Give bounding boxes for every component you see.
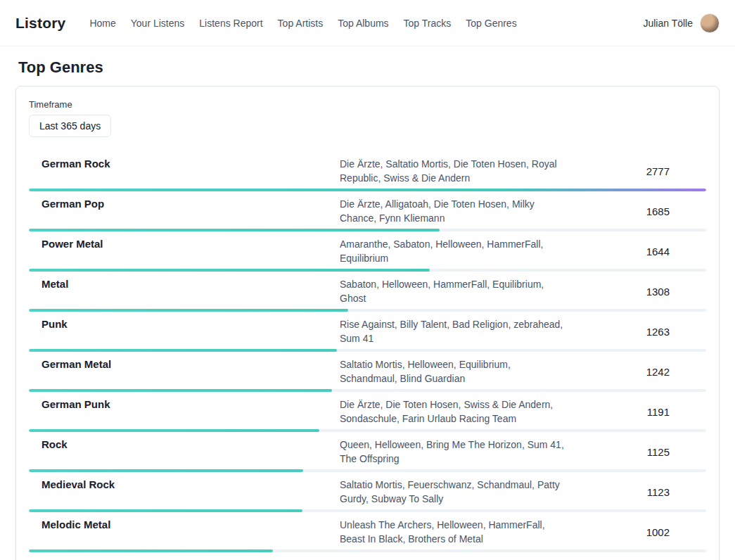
- genre-artists: Die Ärzte, Saltatio Mortis, Die Toten Ho…: [340, 157, 568, 185]
- genre-artists: Sabaton, Helloween, HammerFall, Equilibr…: [340, 277, 568, 305]
- app-logo[interactable]: Listory: [15, 15, 65, 32]
- genre-count: 1191: [580, 406, 670, 418]
- genre-bar-fill: [29, 309, 348, 312]
- main-content: Top Genres Timeframe Last 365 days Germa…: [0, 46, 735, 560]
- genre-artists: Queen, Helloween, Bring Me The Horizon, …: [340, 438, 568, 466]
- genre-count: 2777: [580, 165, 670, 177]
- genre-bar-fill: [29, 229, 440, 231]
- genre-count: 1685: [580, 205, 670, 217]
- nav-item-listens-report[interactable]: Listens Report: [199, 18, 262, 29]
- nav-item-top-genres[interactable]: Top Genres: [466, 18, 516, 29]
- genre-artists: Die Ärzte, Alligatoah, Die Toten Hosen, …: [340, 197, 568, 225]
- genre-name: Medieval Rock: [41, 478, 328, 492]
- top-navigation: Listory Home Your Listens Listens Report…: [0, 0, 735, 46]
- genre-name: Rock: [41, 438, 328, 452]
- genre-bar-track: [29, 229, 706, 231]
- genre-bar-track: [29, 509, 706, 512]
- genre-bar-track: [29, 549, 706, 552]
- genre-row: German Pop Die Ärzte, Alligatoah, Die To…: [29, 191, 706, 231]
- nav-items: Home Your Listens Listens Report Top Art…: [89, 18, 516, 29]
- genre-bar-fill: [29, 189, 706, 191]
- genre-bar-track: [29, 349, 706, 352]
- genre-row: Metal Sabaton, Helloween, HammerFall, Eq…: [29, 272, 706, 312]
- genre-bar-fill: [29, 509, 302, 512]
- genre-table: German Rock Die Ärzte, Saltatio Mortis, …: [29, 151, 706, 560]
- genre-bar-track: [29, 429, 706, 432]
- genre-bar-fill: [29, 389, 332, 392]
- genre-row: German Metal Saltatio Mortis, Helloween,…: [29, 352, 706, 392]
- genre-count: 1123: [580, 486, 670, 498]
- nav-item-top-artists[interactable]: Top Artists: [278, 18, 324, 29]
- user-menu[interactable]: Julian Tölle: [643, 13, 720, 33]
- page-title: Top Genres: [18, 58, 720, 77]
- genre-bar-fill: [29, 429, 319, 432]
- genre-count: 1263: [580, 326, 670, 338]
- genre-bar-track: [29, 309, 706, 312]
- genre-bar-track: [29, 469, 706, 472]
- timeframe-select-button[interactable]: Last 365 days: [29, 115, 111, 137]
- genre-bar-fill: [29, 469, 303, 472]
- genre-artists: Saltatio Mortis, Helloween, Equilibrium,…: [340, 357, 568, 386]
- genre-name: Punk: [41, 317, 328, 331]
- genre-name: German Pop: [41, 197, 328, 211]
- top-genres-card: Timeframe Last 365 days German Rock Die …: [15, 86, 720, 560]
- timeframe-label: Timeframe: [29, 99, 706, 110]
- genre-row: German Indie Bukahara, Käptn Peng, KYTES…: [29, 552, 706, 560]
- genre-name: German Punk: [41, 397, 328, 412]
- genre-bar-fill: [29, 549, 273, 552]
- genre-artists: Amaranthe, Sabaton, Helloween, HammerFal…: [340, 237, 568, 265]
- genre-bar-track: [29, 269, 706, 272]
- genre-artists: Saltatio Mortis, Feuerschwanz, Schandmau…: [340, 478, 568, 506]
- genre-artists: Unleash The Archers, Helloween, HammerFa…: [340, 518, 568, 546]
- genre-row: German Rock Die Ärzte, Saltatio Mortis, …: [29, 151, 706, 191]
- genre-row: Punk Rise Against, Billy Talent, Bad Rel…: [29, 312, 706, 352]
- genre-artists: Die Ärzte, Die Toten Hosen, Swiss & Die …: [340, 397, 568, 426]
- genre-name: German Rock: [41, 157, 328, 171]
- genre-count: 1644: [580, 246, 670, 257]
- genre-bar-fill: [29, 269, 430, 272]
- genre-artists: Rise Against, Billy Talent, Bad Religion…: [340, 317, 568, 345]
- genre-count: 1002: [580, 526, 670, 538]
- genre-bar-track: [29, 389, 706, 392]
- genre-count: 1242: [580, 366, 670, 378]
- genre-name: Power Metal: [41, 237, 328, 251]
- genre-row: German Punk Die Ärzte, Die Toten Hosen, …: [29, 392, 706, 432]
- genre-row: Melodic Metal Unleash The Archers, Hello…: [29, 512, 706, 552]
- genre-count: 1308: [580, 286, 670, 298]
- genre-row: Medieval Rock Saltatio Mortis, Feuerschw…: [29, 472, 706, 512]
- user-name: Julian Tölle: [643, 18, 693, 29]
- genre-count: 1125: [580, 446, 670, 458]
- genre-name: Metal: [41, 277, 328, 291]
- genre-bar-fill: [29, 349, 337, 352]
- nav-item-your-listens[interactable]: Your Listens: [131, 18, 185, 29]
- nav-item-top-albums[interactable]: Top Albums: [338, 18, 388, 29]
- genre-name: German Metal: [41, 357, 328, 371]
- genre-row: Power Metal Amaranthe, Sabaton, Hellowee…: [29, 231, 706, 272]
- genre-name: Melodic Metal: [41, 518, 328, 532]
- genre-bar-track: [29, 189, 706, 191]
- nav-item-home[interactable]: Home: [89, 18, 115, 29]
- user-avatar[interactable]: [700, 13, 720, 33]
- genre-row: Rock Queen, Helloween, Bring Me The Hori…: [29, 432, 706, 472]
- nav-item-top-tracks[interactable]: Top Tracks: [404, 18, 452, 29]
